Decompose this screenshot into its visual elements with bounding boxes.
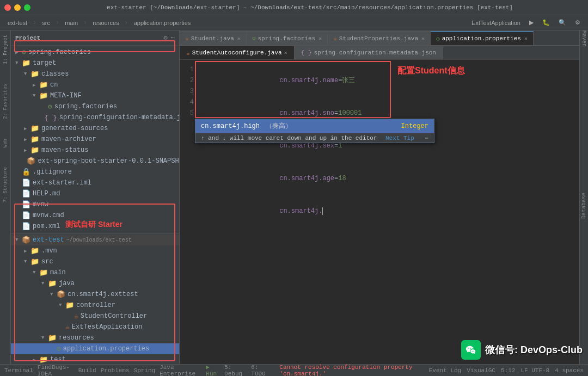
tree-item-mvnw[interactable]: ▶ 📄 mvnw [11,199,179,210]
tree-item-ext-test-app[interactable]: ▶ ☕ ExtTestApplication [11,322,179,332]
web-side-tab[interactable]: Web [3,139,8,147]
build-btn[interactable]: Build [78,367,96,374]
tree-item-jar[interactable]: ▶ 📦 ext-spring-boot-starter-0.0.1-SNAPSH… [11,156,179,167]
maven-panel[interactable]: Maven [579,30,588,47]
code-lines: cn.smart4j.name=张三 cn.smart4j.sno=100001… [215,64,364,360]
tree-item-main[interactable]: ▼ 📁 main [11,267,179,278]
debug-button[interactable]: 🐛 [539,18,553,27]
tree-item-help-md[interactable]: ▶ 📄 HELP.md [11,188,179,199]
tree-item-spring-factories-file[interactable]: ▶ ⚙ spring.factories [11,101,179,112]
project-tree: ▶ ⚙ spring.factories ▼ 📁 target ▼ 📁 clas… [11,46,179,364]
tab-spring-factories[interactable]: ⚙ spring.factories ✕ [247,31,328,45]
src-breadcrumb[interactable]: src [39,19,53,27]
error-message: Cannot resolve configuration property 'c… [279,364,422,377]
settings-toolbar-button[interactable]: ⚙ [572,18,584,27]
properties-breadcrumb[interactable]: application.properties [131,19,194,27]
editor-content[interactable]: 1 2 3 4 5 cn.smart4j.name=张三 cn.smart4j.… [180,60,579,364]
run-btn[interactable]: ▶ Run [206,363,220,376]
close-app-properties-tab[interactable]: ✕ [524,35,528,42]
java-enterprise-btn[interactable]: Java Enterprise [160,364,201,377]
settings-icon[interactable]: ⚙ [164,34,168,42]
tree-item-mvnw-cmd[interactable]: ▶ 📄 mvnw.cmd [11,210,179,221]
maximize-button[interactable] [24,4,30,11]
spring-btn[interactable]: Spring [134,367,156,374]
tree-item-ext-test-module[interactable]: ▼ 📦 ext-test ~/Downloads/ext-test [11,235,179,245]
event-log-btn[interactable]: Event Log [429,367,461,374]
traffic-lights [4,4,30,11]
tree-item-src[interactable]: ▼ 📁 src [11,256,179,267]
subtab-student-autoconfigure[interactable]: ☕ StudentAutoconfigure.java ✕ [180,46,295,59]
tree-item-resources[interactable]: ▼ 📁 resources [11,332,179,343]
gear-icon[interactable]: ⋯ [171,34,175,42]
subtabs-bar: ☕ StudentAutoconfigure.java ✕ { } spring… [180,46,579,60]
next-tip-link[interactable]: Next Tip [385,135,414,141]
tree-item-cn[interactable]: ▶ 📁 cn [11,79,179,90]
tree-item-meta-inf[interactable]: ▼ 📁 META-INF [11,90,179,101]
close-student-java-tab[interactable]: ✕ [237,35,241,42]
encoding-indicator: LF UTF-8 [520,367,549,374]
findbugs-btn[interactable]: FindBugs-IDEA [38,364,74,377]
search-toolbar-button[interactable]: 🔍 [555,18,569,27]
java-tab-icon: ☕ [185,35,189,42]
terminal-btn[interactable]: Terminal [4,367,33,374]
tree-item-gitignore[interactable]: ▶ 🔒 .gitignore [11,167,179,177]
tree-item-student-controller[interactable]: ▶ ☕ StudentController [11,311,179,322]
visual-gc-btn[interactable]: VisualGC [467,367,495,374]
main-breadcrumb[interactable]: main [62,19,81,27]
tree-item-controller[interactable]: ▼ 📁 controller [11,300,179,311]
app-window: ext-starter [~/Downloads/ext-starter] – … [0,0,588,376]
tree-item-test[interactable]: ▶ 📁 test [11,354,179,364]
tree-item-app-properties[interactable]: ▶ ⚙ application.properties [11,343,179,354]
statusbar: Terminal FindBugs-IDEA Build Problems Sp… [0,364,588,376]
wechat-icon [461,340,481,360]
close-button[interactable] [4,4,11,11]
tree-item-pom-xml[interactable]: ▶ 📄 pom.xml [11,221,179,232]
debug-btn[interactable]: 5: Debug [224,364,247,377]
project-panel-header: Project ⚙ ⋯ [11,30,179,46]
project-header-icons: ⚙ ⋯ [164,34,175,42]
todo-btn[interactable]: 6: TODO [251,364,271,377]
favorites-side-tab[interactable]: 2: Favorites [3,84,8,119]
tab-student-properties[interactable]: ☕ StudentProperties.java ✕ [328,31,431,45]
tab-app-properties[interactable]: ⚙ application.properties ✕ [431,31,534,45]
code-line-4: cn.smart4j.age=18 [215,162,364,195]
tree-item-spring-config-meta[interactable]: ▶ { } spring-configuration-metadata.json [11,112,179,123]
tree-item-spring-factories[interactable]: ▶ ⚙ spring.factories [11,47,179,58]
left-side-tabs: 1: Project 2: Favorites Web 7: Structure [0,30,11,364]
run-config-selector[interactable]: ExtTestApplication [468,19,524,27]
editor-area: 1 2 3 4 5 cn.smart4j.name=张三 cn.smart4j.… [180,60,579,364]
tree-item-maven-status[interactable]: ▶ 📁 maven-status [11,145,179,156]
tree-item-generated-sources[interactable]: ▶ 📁 generated-sources [11,123,179,134]
run-button[interactable]: ▶ [526,18,537,27]
tabs-bar: ☕ Student.java ✕ ⚙ spring.factories ✕ ☕ … [180,30,579,46]
minimize-button[interactable] [14,4,21,11]
project-name-breadcrumb[interactable]: ext-test [4,19,30,27]
code-line-1: cn.smart4j.name=张三 [215,64,364,97]
close-student-properties-tab[interactable]: ✕ [421,35,425,42]
java-subtab-icon: ☕ [186,50,190,57]
watermark: 微信号: DevOps-Club [461,340,583,360]
autocomplete-close-btn[interactable]: ⋯ [425,134,428,141]
tree-item-target[interactable]: ▼ 📁 target [11,58,179,69]
tree-item-iml[interactable]: ▶ 📄 ext-starter.iml [11,177,179,188]
titlebar-title: ext-starter [~/Downloads/ext-starter] – … [36,4,584,11]
close-spring-factories-tab[interactable]: ✕ [318,35,322,42]
database-panel[interactable]: Database [579,47,588,364]
tree-item-java[interactable]: ▼ 📁 java [11,278,179,289]
project-side-tab[interactable]: 1: Project [3,35,8,64]
statusbar-left: Terminal FindBugs-IDEA Build Problems Sp… [4,363,422,376]
tree-item-mvn[interactable]: ▶ 📁 .mvn [11,245,179,256]
autocomplete-type-hint: Integer [401,122,428,130]
problems-btn[interactable]: Problems [101,367,130,374]
subtab-spring-config-metadata[interactable]: { } spring-configuration-metadata.json [295,46,443,59]
tree-item-maven-archiver[interactable]: ▶ 📁 maven-archiver [11,134,179,145]
close-subtab-btn[interactable]: ✕ [284,50,287,56]
autocomplete-header: cn.smart4j.high （身高） Integer [195,119,434,133]
structure-side-tab[interactable]: 7: Structure [3,167,8,202]
tree-item-package[interactable]: ▼ 📦 cn.smart4j.exttest [11,289,179,300]
tab-student-java[interactable]: ☕ Student.java ✕ [180,31,247,45]
resources-breadcrumb[interactable]: resources [89,19,122,27]
project-panel: Project ⚙ ⋯ ▶ ⚙ spring.factories ▼ 📁 [11,30,180,364]
main-toolbar: ext-test › src › main › resources › appl… [0,15,588,30]
tree-item-classes[interactable]: ▼ 📁 classes [11,69,179,79]
